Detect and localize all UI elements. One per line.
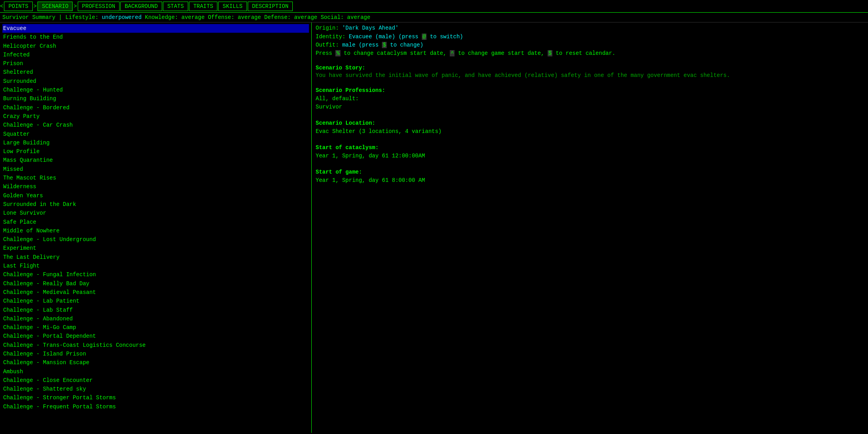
scenario-item-lone-survivor[interactable]: Lone Survivor [2, 209, 309, 217]
scenario-item-challenge-really-bad-day[interactable]: Challenge - Really Bad Day [2, 279, 309, 288]
location-label: Scenario Location: [316, 119, 864, 127]
left-arrow-icon: < [0, 3, 3, 9]
scenario-item-challenge-lost-underground[interactable]: Challenge - Lost Underground [2, 235, 309, 244]
scenario-item-challenge-lab-patient[interactable]: Challenge - Lab Patient [2, 297, 309, 305]
right-arrow-icon-2: > [73, 3, 77, 9]
scenario-item-golden-years[interactable]: Golden Years [2, 191, 309, 200]
scenario-item-mass-quarantine[interactable]: Mass Quarantine [2, 156, 309, 165]
story-text: You have survived the initial wave of pa… [316, 72, 864, 79]
knowledge-label: Knowledge: [145, 14, 181, 21]
origin-section: Origin: 'Dark Days Ahead' [316, 25, 864, 31]
scenario-item-challenge-car-crash[interactable]: Challenge - Car Crash [2, 121, 309, 129]
tab-skills[interactable]: SKILLS [218, 2, 247, 11]
identity-label: Identity: [316, 34, 346, 40]
scenario-item-challenge-island-prison[interactable]: Challenge - Island Prison [2, 350, 309, 358]
scenario-item-experiment[interactable]: Experiment [2, 244, 309, 253]
game-start-section: Start of game: Year 1, Spring, day 61 8:… [316, 168, 864, 185]
scenario-item-challenge-hunted[interactable]: Challenge - Hunted [2, 86, 309, 94]
scenario-item-infected[interactable]: Infected [2, 51, 309, 59]
scenario-item-challenge-medieval-peasant[interactable]: Challenge - Medieval Peasant [2, 288, 309, 297]
professions-value: All, default: [316, 95, 864, 103]
story-section: Scenario Story: You have survived the in… [316, 64, 864, 79]
scenario-item-large-building[interactable]: Large Building [2, 138, 309, 147]
summary-bar: Survivor Summary | Lifestyle: underpower… [0, 13, 868, 22]
scenario-item-safe-place[interactable]: Safe Place [2, 218, 309, 226]
scenario-item-challenge-frequent-portal-storms[interactable]: Challenge - Frequent Portal Storms [2, 402, 309, 411]
identity-value: Evacuee (male) (press @ to switch) [349, 34, 463, 40]
game-start-label: Start of game: [316, 168, 864, 176]
professions-section: Scenario Professions: All, default: Surv… [316, 86, 864, 111]
tab-bar: < POINTS > SCENARIO > PROFESSION BACKGRO… [0, 0, 868, 13]
scenario-item-challenge-stronger-portal-storms[interactable]: Challenge - Stronger Portal Storms [2, 393, 309, 402]
origin-label: Origin: [316, 25, 339, 31]
scenario-item-last-flight[interactable]: Last Flight [2, 262, 309, 270]
knowledge-value: average [181, 14, 205, 21]
tab-profession[interactable]: PROFESSION [78, 2, 120, 11]
press-line: Press % to change cataclysm start date, … [316, 49, 864, 58]
scenario-item-challenge-bordered[interactable]: Challenge - Bordered [2, 103, 309, 112]
lifestyle-value: underpowered [102, 14, 142, 21]
scenario-item-evacuee[interactable]: Evacuee [2, 24, 309, 33]
scenario-item-challenge-trans-coast[interactable]: Challenge - Trans-Coast Logistics Concou… [2, 341, 309, 350]
scenario-item-challenge-fungal-infection[interactable]: Challenge - Fungal Infection [2, 270, 309, 279]
outfit-line: Outfit: male (press $ to change) [316, 41, 864, 49]
scenario-item-the-mascot-rises[interactable]: The Mascot Rises [2, 174, 309, 182]
scenario-item-friends-to-the-end[interactable]: Friends to the End [2, 33, 309, 41]
identity-line: Identity: Evacuee (male) (press @ to swi… [316, 33, 864, 41]
scenario-item-wilderness[interactable]: Wilderness [2, 182, 309, 191]
main-content: EvacueeFriends to the EndHelicopter Cras… [0, 22, 868, 433]
tab-traits[interactable]: TRAITS [189, 2, 217, 11]
scenario-item-challenge-abandoned[interactable]: Challenge - Abandoned [2, 314, 309, 323]
tab-description[interactable]: DESCRIPTION [248, 2, 293, 11]
info-panel: Origin: 'Dark Days Ahead' Identity: Evac… [312, 22, 868, 433]
scenario-item-squatter[interactable]: Squatter [2, 130, 309, 138]
scenario-item-challenge-mansion-escape[interactable]: Challenge - Mansion Escape [2, 358, 309, 367]
story-label: Scenario Story: [316, 64, 864, 72]
scenario-item-surrounded[interactable]: Surrounded [2, 77, 309, 86]
cataclysm-section: Start of cataclysm: Year 1, Spring, day … [316, 144, 864, 160]
cataclysm-value: Year 1, Spring, day 61 12:00:00AM [316, 152, 864, 160]
scenario-item-helicopter-crash[interactable]: Helicopter Crash [2, 42, 309, 51]
right-arrow-icon-1: > [34, 3, 37, 9]
offense-value: average [238, 14, 261, 21]
tab-points[interactable]: POINTS [4, 2, 32, 11]
professions-class: Survivor [316, 103, 864, 111]
professions-label: Scenario Professions: [316, 86, 864, 95]
lifestyle-label: Lifestyle: [65, 14, 102, 21]
scenario-item-low-profile[interactable]: Low Profile [2, 147, 309, 156]
location-section: Scenario Location: Evac Shelter (3 locat… [316, 119, 864, 136]
scenario-item-missed[interactable]: Missed [2, 165, 309, 174]
scenario-item-challenge-lab-staff[interactable]: Challenge - Lab Staff [2, 306, 309, 314]
social-label: Social: [321, 14, 347, 21]
outfit-label: Outfit: [316, 42, 339, 48]
tab-scenario[interactable]: SCENARIO [37, 2, 73, 11]
scenario-item-surrounded-in-the-dark[interactable]: Surrounded in the Dark [2, 200, 309, 209]
scenario-item-burning-building[interactable]: Burning Building [2, 94, 309, 103]
social-value: average [347, 14, 370, 21]
tab-background[interactable]: BACKGROUND [120, 2, 162, 11]
origin-value: 'Dark Days Ahead' [342, 25, 398, 31]
location-value: Evac Shelter (3 locations, 4 variants) [316, 127, 864, 136]
scenario-item-the-last-delivery[interactable]: The Last Delivery [2, 253, 309, 262]
scenario-item-challenge-close-encounter[interactable]: Challenge - Close Encounter [2, 376, 309, 385]
press-text: Press % to change cataclysm start date, … [316, 50, 615, 56]
scenario-item-crazy-party[interactable]: Crazy Party [2, 112, 309, 121]
scenario-item-ambush[interactable]: Ambush [2, 367, 309, 376]
scenario-list[interactable]: EvacueeFriends to the EndHelicopter Cras… [0, 22, 312, 433]
tab-stats[interactable]: STATS [163, 2, 188, 11]
scenario-item-prison[interactable]: Prison [2, 59, 309, 68]
character-name: Survivor [2, 14, 29, 21]
offense-label: Offense: [208, 14, 238, 21]
cataclysm-label: Start of cataclysm: [316, 144, 864, 152]
summary-mode-label: Summary | [32, 14, 62, 21]
scenario-item-middle-of-nowhere[interactable]: Middle of Nowhere [2, 226, 309, 235]
game-start-value: Year 1, Spring, day 61 8:00:00 AM [316, 176, 864, 185]
defense-label: Defense: [264, 14, 294, 21]
scenario-item-challenge-portal-dependent[interactable]: Challenge - Portal Dependent [2, 332, 309, 340]
scenario-item-challenge-mi-go-camp[interactable]: Challenge - Mi-Go Camp [2, 323, 309, 332]
defense-value: average [294, 14, 317, 21]
outfit-value: male (press $ to change) [342, 42, 423, 48]
scenario-item-sheltered[interactable]: Sheltered [2, 68, 309, 77]
scenario-item-challenge-shattered-sky[interactable]: Challenge - Shattered sky [2, 385, 309, 393]
